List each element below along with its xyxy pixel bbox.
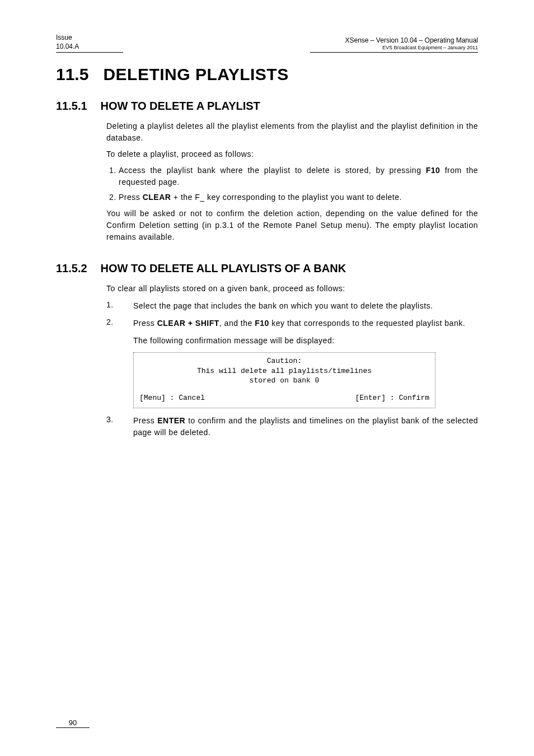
h2-title: HOW TO DELETE ALL PLAYLISTS OF A BANK [101, 262, 346, 275]
list-text: Select the page that includes the bank o… [133, 300, 478, 312]
list-text: Press ENTER to confirm and the playlists… [133, 415, 478, 438]
caution-message: Caution: This will delete all playlists/… [139, 356, 429, 386]
list-text: Access the playlist bank where the playl… [119, 166, 426, 175]
page-header: Issue 10.04.A XSense – Version 10.04 – O… [56, 34, 478, 53]
list-text: Press CLEAR + SHIFT, and the F10 key tha… [133, 318, 478, 347]
h2-number: 11.5.1 [56, 100, 87, 113]
paragraph: You will be asked or not to confirm the … [106, 208, 478, 243]
subsection-1-heading: 11.5.1 HOW TO DELETE A PLAYLIST [56, 100, 478, 113]
caution-actions: [Menu] : Cancel [Enter] : Confirm [139, 394, 429, 402]
subsection-2-heading: 11.5.2 HOW TO DELETE ALL PLAYLISTS OF A … [56, 262, 478, 275]
key-enter: ENTER [157, 416, 185, 425]
text-run: Press [133, 416, 157, 425]
list-text: + the F_ key corresponding to the playli… [171, 193, 401, 202]
section-heading-1: 11.5 DELETING PLAYLISTS [56, 65, 478, 84]
issue-value: 10.04.A [56, 43, 123, 52]
paragraph: To clear all playlists stored on a given… [106, 283, 478, 295]
ordered-list: Access the playlist bank where the playl… [119, 165, 478, 203]
header-right: XSense – Version 10.04 – Operating Manua… [310, 36, 478, 53]
caution-cancel: [Menu] : Cancel [139, 394, 205, 402]
caution-confirm: [Enter] : Confirm [355, 394, 429, 402]
list-number: 1. [106, 300, 118, 312]
subsection-2-body: To clear all playlists stored on a given… [106, 283, 478, 438]
h2-number: 11.5.2 [56, 262, 87, 275]
caution-line: stored on bank 0 [139, 376, 429, 386]
key-clear-shift: CLEAR + SHIFT [157, 319, 219, 328]
caution-box: Caution: This will delete all playlists/… [133, 352, 435, 408]
text-run: Press [133, 319, 157, 328]
h1-number: 11.5 [56, 65, 88, 84]
company-line: EVS Broadcast Equipment – January 2011 [310, 45, 478, 51]
key-f10: F10 [426, 166, 441, 175]
caution-line: Caution: [139, 356, 429, 366]
list-item: Access the playlist bank where the playl… [119, 165, 478, 188]
list-item: 2. Press CLEAR + SHIFT, and the F10 key … [106, 318, 478, 347]
issue-label: Issue [56, 34, 123, 43]
list-number: 2. [106, 318, 118, 347]
paragraph: Deleting a playlist deletes all the play… [106, 120, 478, 144]
caution-line: This will delete all playlists/timelines [139, 366, 429, 376]
h2-title: HOW TO DELETE A PLAYLIST [101, 100, 260, 113]
list-item: 3. Press ENTER to confirm and the playli… [106, 415, 478, 438]
list-item: Press CLEAR + the F_ key corresponding t… [119, 192, 478, 203]
key-f10: F10 [255, 319, 269, 328]
list-text: Press [119, 193, 143, 202]
text-run: key that corresponds to the requested pl… [269, 319, 465, 328]
subsection-1-body: Deleting a playlist deletes all the play… [106, 120, 478, 243]
key-clear: CLEAR [143, 193, 171, 202]
list-item: 1. Select the page that includes the ban… [106, 300, 478, 312]
text-run: , and the [219, 319, 255, 328]
text-run: to confirm and the playlists and timelin… [133, 416, 478, 437]
page-number: 90 [56, 718, 90, 728]
text-run: The following confirmation message will … [133, 336, 335, 345]
page: Issue 10.04.A XSense – Version 10.04 – O… [0, 0, 534, 756]
list-number: 3. [106, 415, 118, 438]
header-left: Issue 10.04.A [56, 34, 123, 53]
product-line: XSense – Version 10.04 – Operating Manua… [310, 36, 478, 45]
paragraph: To delete a playlist, proceed as follows… [106, 148, 478, 160]
h1-title: DELETING PLAYLISTS [103, 65, 288, 84]
